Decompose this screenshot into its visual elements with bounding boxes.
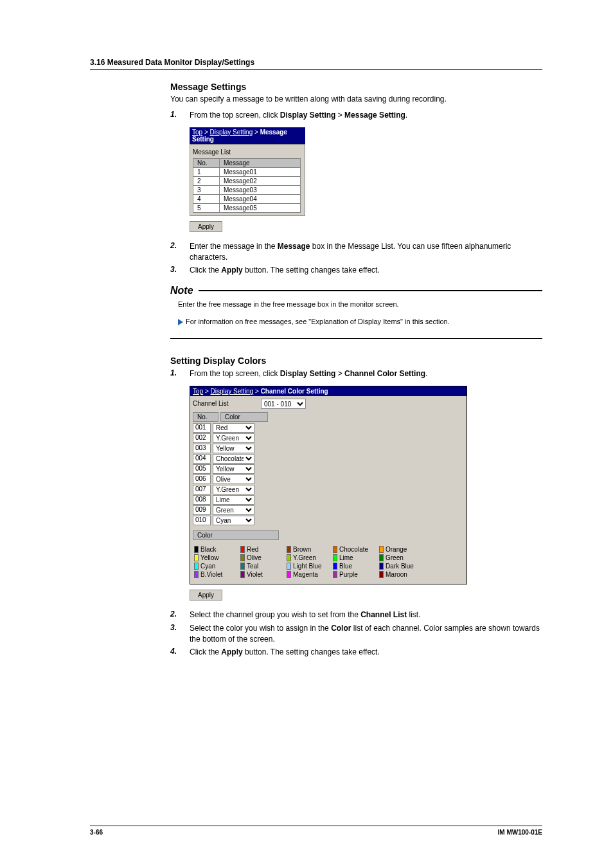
- table-row: 3Message03: [193, 185, 301, 194]
- channel-no: 005: [193, 464, 211, 474]
- color-swatch: Lime: [333, 554, 379, 561]
- color-palette-label: Color: [193, 530, 279, 540]
- color-swatch: B.Violet: [194, 571, 240, 578]
- cell-no[interactable]: 3: [193, 185, 220, 194]
- color-swatch: Red: [240, 546, 287, 553]
- channel-color-select[interactable]: Lime: [213, 495, 254, 505]
- channel-no: 008: [193, 495, 211, 505]
- channel-row: 006Olive: [193, 475, 464, 484]
- message-list-table: No. Message 1Message012Message023Message…: [193, 158, 301, 213]
- color-swatch: Cyan: [194, 563, 240, 570]
- color-swatch: Purple: [333, 571, 379, 578]
- cell-message[interactable]: Message03: [220, 185, 301, 194]
- doc-id: IM MW100-01E: [498, 829, 542, 836]
- channel-row: 005Yellow: [193, 464, 464, 474]
- channel-color-select[interactable]: Green: [213, 505, 254, 515]
- breadcrumb-link[interactable]: Top: [193, 388, 203, 395]
- channel-no: 006: [193, 475, 211, 484]
- channel-color-select[interactable]: Olive: [213, 475, 254, 484]
- breadcrumb-current: Channel Color Setting: [261, 388, 328, 395]
- apply-button[interactable]: Apply: [190, 221, 222, 232]
- display-colors-heading: Setting Display Colors: [170, 356, 542, 366]
- color-swatch: Violet: [240, 571, 287, 578]
- message-list-label: Message List: [193, 149, 302, 156]
- channel-color-select[interactable]: Y.Green: [213, 433, 254, 443]
- note-crossref: For information on free messages, see "E…: [178, 316, 540, 327]
- step-text: Click the Apply button. The setting chan…: [190, 647, 542, 658]
- table-row: 4Message04: [193, 194, 301, 203]
- color-swatch: Dark Blue: [379, 563, 425, 570]
- step-number: 3.: [170, 623, 190, 645]
- color-swatch: Yellow: [194, 554, 240, 561]
- color-swatch: Brown: [287, 546, 333, 553]
- channel-no: 010: [193, 516, 211, 525]
- step-text: From the top screen, click Display Setti…: [190, 368, 542, 379]
- message-setting-screenshot: Top > Display Setting > Message Setting …: [190, 127, 305, 232]
- cell-no[interactable]: 5: [193, 203, 220, 212]
- channel-no: 002: [193, 433, 211, 443]
- step-text: Click the Apply button. The setting chan…: [190, 265, 542, 276]
- step-number: 3.: [170, 265, 190, 276]
- channel-row: 010Cyan: [193, 516, 464, 525]
- channel-row: 004Chocolate: [193, 454, 464, 464]
- message-settings-heading: Message Settings: [170, 82, 542, 92]
- breadcrumb-link[interactable]: Display Setting: [211, 388, 254, 395]
- channel-color-select[interactable]: Red: [213, 423, 254, 433]
- table-row: 1Message01: [193, 167, 301, 176]
- color-swatch: Maroon: [379, 571, 425, 578]
- channel-color-select[interactable]: Y.Green: [213, 485, 254, 494]
- color-swatch: Chocolate: [333, 546, 379, 553]
- channel-no: 001: [193, 423, 211, 433]
- color-swatch: Teal: [240, 563, 287, 570]
- channel-color-select[interactable]: Chocolate: [213, 454, 254, 464]
- page-number: 3-66: [90, 829, 103, 836]
- col-no: No.: [193, 158, 220, 167]
- table-row: 5Message05: [193, 203, 301, 212]
- channel-row: 002Y.Green: [193, 433, 464, 443]
- channel-color-select[interactable]: Yellow: [213, 444, 254, 453]
- step-text: Select the channel group you wish to set…: [190, 610, 542, 620]
- note-label: Note: [170, 285, 193, 296]
- breadcrumb-link[interactable]: Display Setting: [210, 129, 253, 136]
- color-swatch: Magenta: [287, 571, 333, 578]
- note-text: Enter the free message in the free messa…: [178, 299, 540, 310]
- color-swatch: Olive: [240, 554, 287, 561]
- triangle-icon: [178, 319, 183, 325]
- table-row: 2Message02: [193, 176, 301, 185]
- color-swatch: Green: [379, 554, 425, 561]
- step-number: 2.: [170, 241, 190, 263]
- channel-no: 009: [193, 505, 211, 515]
- cell-message[interactable]: Message01: [220, 167, 301, 176]
- cell-no[interactable]: 4: [193, 194, 220, 203]
- channel-range-select[interactable]: 001 - 010: [261, 399, 306, 409]
- step-text: Select the color you wish to assign in t…: [190, 623, 542, 645]
- step-text: From the top screen, click Display Setti…: [190, 110, 542, 121]
- channel-row: 008Lime: [193, 495, 464, 505]
- color-swatch: Y.Green: [287, 554, 333, 561]
- channel-row: 001Red: [193, 423, 464, 433]
- step-number: 2.: [170, 610, 190, 620]
- note-rule: [199, 290, 542, 291]
- cell-no[interactable]: 1: [193, 167, 220, 176]
- channel-color-select[interactable]: Cyan: [213, 516, 254, 525]
- step-number: 4.: [170, 647, 190, 658]
- col-color: Color: [220, 412, 268, 422]
- color-swatch: Orange: [379, 546, 425, 553]
- step-text: Enter the message in the Message box in …: [190, 241, 542, 263]
- channel-row: 009Green: [193, 505, 464, 515]
- color-swatch: Blue: [333, 563, 379, 570]
- col-no: No.: [193, 412, 218, 422]
- apply-button[interactable]: Apply: [190, 590, 222, 601]
- cell-message[interactable]: Message04: [220, 194, 301, 203]
- channel-color-select[interactable]: Yellow: [213, 464, 254, 474]
- col-message: Message: [220, 158, 301, 167]
- channel-no: 004: [193, 454, 211, 464]
- cell-message[interactable]: Message05: [220, 203, 301, 212]
- channel-list-label: Channel List: [193, 400, 257, 407]
- color-swatch: Black: [194, 546, 240, 553]
- breadcrumb-link[interactable]: Top: [192, 129, 202, 136]
- channel-color-screenshot: Top > Display Setting > Channel Color Se…: [190, 386, 542, 601]
- cell-no[interactable]: 2: [193, 176, 220, 185]
- cell-message[interactable]: Message02: [220, 176, 301, 185]
- section-header: 3.16 Measured Data Monitor Display/Setti…: [90, 58, 542, 70]
